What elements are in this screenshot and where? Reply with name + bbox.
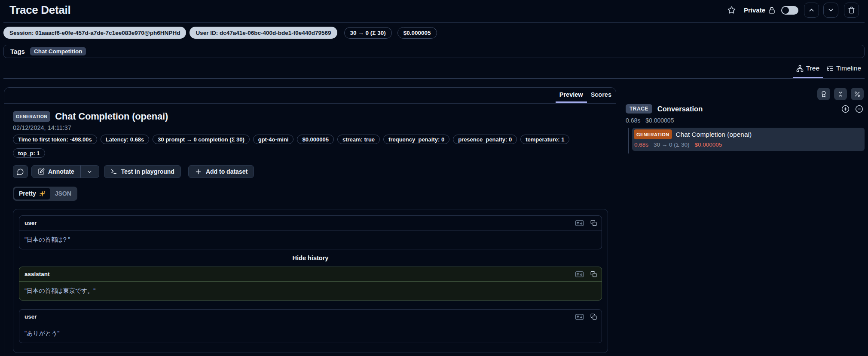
format-toggle: Pretty JSON <box>13 187 77 201</box>
tree-node-generation[interactable]: GENERATION Chat Completion (openai) 0.68… <box>632 128 865 151</box>
trace-cost: $0.000005 <box>645 117 674 124</box>
trace-metrics: 0.68s $0.000005 <box>626 117 865 124</box>
copy-icon[interactable] <box>590 271 597 277</box>
chevrons-down-up-icon <box>837 91 844 98</box>
privacy-label: Private <box>744 6 765 14</box>
annotate-button[interactable]: Annotate <box>32 166 80 178</box>
test-in-playground-label: Test in playground <box>121 168 174 175</box>
header-divider <box>3 22 865 23</box>
delete-trace-button[interactable] <box>844 3 859 18</box>
badge-latency: Latency: 0.68s <box>101 135 150 144</box>
trace-root-row[interactable]: TRACE Conversation <box>626 104 865 114</box>
tags-label: Tags <box>10 48 25 55</box>
message-role: user <box>24 313 37 320</box>
metrics-toggle-button[interactable] <box>851 88 864 100</box>
markdown-toggle-icon[interactable] <box>575 271 584 278</box>
trace-latency: 0.68s <box>626 117 640 124</box>
tab-tree-label: Tree <box>806 64 819 72</box>
next-observation-button[interactable] <box>823 3 838 18</box>
message-header: user <box>19 216 602 230</box>
tab-scores[interactable]: Scores <box>587 88 615 103</box>
badge-temperature: temperature: 1 <box>520 135 569 144</box>
badge-time-to-first-token: Time to first token: -498.00s <box>13 135 97 144</box>
header-actions: Private <box>727 2 859 18</box>
badge-presence-penalty: presence_penalty: 0 <box>453 135 517 144</box>
generation-latency: 0.68s <box>634 141 648 148</box>
trace-name: Conversation <box>657 105 703 113</box>
generation-cost: $0.000005 <box>694 141 722 148</box>
annotate-split-button: Annotate <box>31 165 99 178</box>
tag-chat-competition[interactable]: Chat Competition <box>30 47 86 55</box>
tab-timeline-label: Timeline <box>836 64 861 72</box>
format-pretty-button[interactable]: Pretty <box>14 188 50 199</box>
total-cost-badge: $0.000005 <box>397 27 437 39</box>
expand-all-icon[interactable] <box>841 105 850 113</box>
tree-actions <box>626 88 864 100</box>
user-id-badge[interactable]: User ID: dc47a41e-06bc-400d-bde1-f0e440d… <box>189 27 337 39</box>
comment-icon <box>17 168 24 175</box>
badge-model[interactable]: gpt-4o-mini <box>253 135 294 144</box>
markdown-toggle-icon[interactable] <box>575 313 584 320</box>
privacy-status: Private <box>744 6 775 14</box>
tab-timeline[interactable]: Timeline <box>823 60 865 79</box>
generation-tokens: 30 → 0 (Σ 30) <box>654 141 689 148</box>
scores-toggle-button[interactable] <box>817 88 830 100</box>
format-json-label: JSON <box>55 190 71 198</box>
message-role: assistant <box>24 271 50 277</box>
message-content: "日本の首都は? " <box>19 230 602 249</box>
view-tabs-divider <box>3 78 865 79</box>
observation-heading: GENERATION Chat Completion (openai) <box>13 111 607 122</box>
test-in-playground-button[interactable]: Test in playground <box>104 165 181 178</box>
tree-children: GENERATION Chat Completion (openai) 0.68… <box>628 128 865 153</box>
message-content: "ありがとう" <box>19 324 602 343</box>
observation-preview-panel: Preview Scores GENERATION Chat Completio… <box>4 87 616 356</box>
copy-icon[interactable] <box>590 220 597 226</box>
comment-button[interactable] <box>13 165 28 178</box>
timeline-icon <box>826 65 834 72</box>
sparkles-icon <box>39 190 46 197</box>
observation-actions: Annotate Test in playground Add to datas… <box>13 165 607 178</box>
message-user-2: user "ありがとう" <box>19 309 602 343</box>
prev-observation-button[interactable] <box>804 3 819 18</box>
page-title: Trace Detail <box>9 3 70 17</box>
plus-icon <box>195 168 202 175</box>
token-usage-badge: 30 → 0 (Σ 30) <box>344 27 392 39</box>
message-assistant: assistant "日本の首都は東京です。" <box>19 267 602 301</box>
markdown-toggle-icon[interactable] <box>575 220 584 227</box>
format-pretty-label: Pretty <box>19 190 36 198</box>
observation-timestamp: 02/12/2024, 14:11:37 <box>13 124 607 131</box>
annotate-label: Annotate <box>48 168 74 175</box>
tree-icon <box>796 65 804 72</box>
tab-preview[interactable]: Preview <box>556 88 587 103</box>
annotate-dropdown-button[interactable] <box>81 166 99 178</box>
toggle-knob <box>782 7 789 14</box>
tags-section: Tags Chat Competition <box>3 45 865 58</box>
session-badge[interactable]: Session: 01aaacf6-e0fe-457d-a7de-7c1ee08… <box>3 27 186 39</box>
percent-icon <box>854 91 861 98</box>
collapse-icon[interactable] <box>855 105 863 113</box>
generation-name: Chat Completion (openai) <box>676 131 752 138</box>
award-icon <box>820 91 827 98</box>
badge-cost: $0.000005 <box>297 135 333 144</box>
copy-icon[interactable] <box>590 313 597 320</box>
format-json-button[interactable]: JSON <box>50 188 76 199</box>
collapse-all-button[interactable] <box>834 88 847 100</box>
message-content: "日本の首都は東京です。" <box>19 282 602 300</box>
add-to-dataset-button[interactable]: Add to dataset <box>188 165 254 178</box>
message-user-1: user "日本の首都は? " <box>19 215 602 249</box>
tab-tree[interactable]: Tree <box>793 60 823 79</box>
add-to-dataset-label: Add to dataset <box>206 168 248 175</box>
hide-history-button[interactable]: Hide history <box>19 249 602 267</box>
observation-type-badge: GENERATION <box>13 111 50 122</box>
chevron-up-icon <box>808 6 815 14</box>
generation-metrics: 0.68s 30 → 0 (Σ 30) $0.000005 <box>634 141 860 148</box>
preview-tabs: Preview Scores <box>4 88 616 104</box>
chevron-down-icon <box>86 169 93 175</box>
public-toggle[interactable] <box>781 6 798 15</box>
trace-meta-badges: Session: 01aaacf6-e0fe-457d-a7de-7c1ee08… <box>3 27 437 39</box>
badge-token-usage: 30 prompt → 0 completion (Σ 30) <box>153 135 249 144</box>
observation-metric-badges: Time to first token: -498.00s Latency: 0… <box>13 135 597 158</box>
badge-stream: stream: true <box>337 135 380 144</box>
badge-top-p: top_p: 1 <box>13 148 45 158</box>
bookmark-star-icon[interactable] <box>727 6 736 14</box>
